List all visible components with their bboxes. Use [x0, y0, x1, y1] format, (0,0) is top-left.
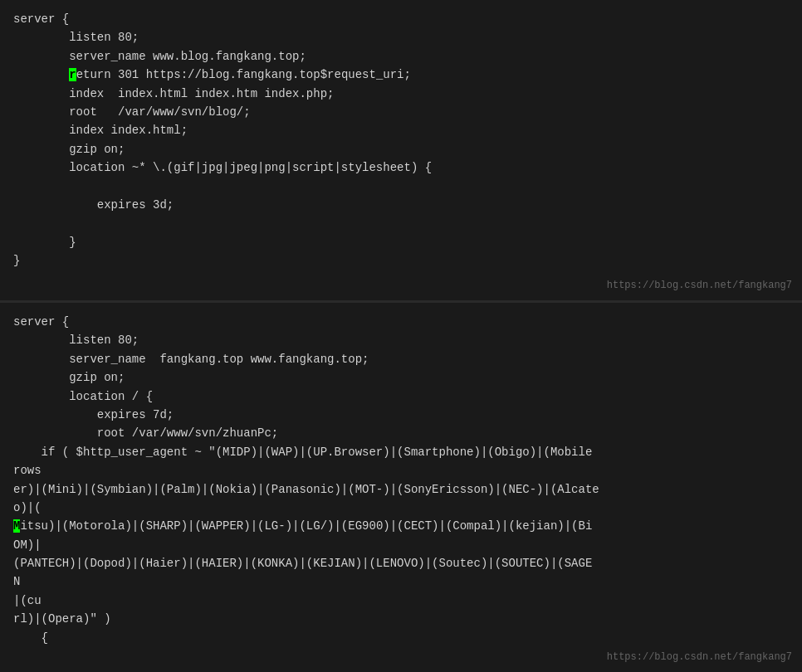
code-line-mitsu: Mitsu)|(Motorola)|(SHARP)|(WAPPER)|(LG-)… [13, 517, 789, 535]
code-line: |(cu [13, 592, 789, 610]
code-line: listen 80; [13, 28, 789, 46]
code-line: o)|( [13, 499, 789, 517]
code-line: listen 80; [13, 331, 789, 349]
watermark-2: https://blog.csdn.net/fangkang7 [607, 650, 792, 665]
cursor-highlight: r [69, 68, 76, 81]
code-line: index index.html; [13, 121, 789, 139]
code-line: if ( $http_user_agent ~ "(MIDP)|(WAP)|(U… [13, 443, 789, 461]
code-line: gzip on; [13, 140, 789, 158]
code-line: server { [13, 313, 789, 331]
code-line: } [13, 251, 789, 270]
code-line: (PANTECH)|(Dopod)|(Haier)|(HAIER)|(KONKA… [13, 554, 789, 572]
cursor-highlight-2: M [13, 519, 20, 533]
code-line: rows [13, 461, 789, 480]
code-line: N [13, 572, 789, 591]
code-line: location ~* \.(gif|jpg|jpeg|png|script|s… [13, 158, 789, 177]
code-line: index index.html index.htm index.php; [13, 85, 789, 103]
code-line: gzip on; [13, 368, 789, 387]
watermark-1: https://blog.csdn.net/fangkang7 [607, 278, 792, 294]
empty-line [13, 214, 789, 232]
code-line: root /var/www/svn/blog/; [13, 103, 789, 121]
code-line: OM)| [13, 536, 789, 554]
code-block-1: server { listen 80; server_name www.blog… [0, 0, 802, 303]
code-line: root /var/www/svn/zhuanPc; [13, 424, 789, 442]
code-line: expires 3d; [13, 196, 789, 214]
code-line: rl)|(Opera)" ) [13, 610, 789, 628]
code-line: { [13, 629, 789, 647]
code-line-return: return 301 https://blog.fangkang.top$req… [13, 66, 789, 84]
code-line: } [13, 233, 789, 251]
code-block-2: server { listen 80; server_name fangkang… [0, 303, 802, 672]
code-line-location: location / { [13, 387, 789, 406]
code-line: server { [13, 10, 789, 28]
code-line: er)|(Mini)|(Symbian)|(Palm)|(Nokia)|(Pan… [13, 480, 789, 499]
code-line: server_name fangkang.top www.fangkang.to… [13, 350, 789, 368]
empty-line [13, 178, 789, 196]
code-line: server_name www.blog.fangkang.top; [13, 47, 789, 66]
code-line: expires 7d; [13, 406, 789, 424]
